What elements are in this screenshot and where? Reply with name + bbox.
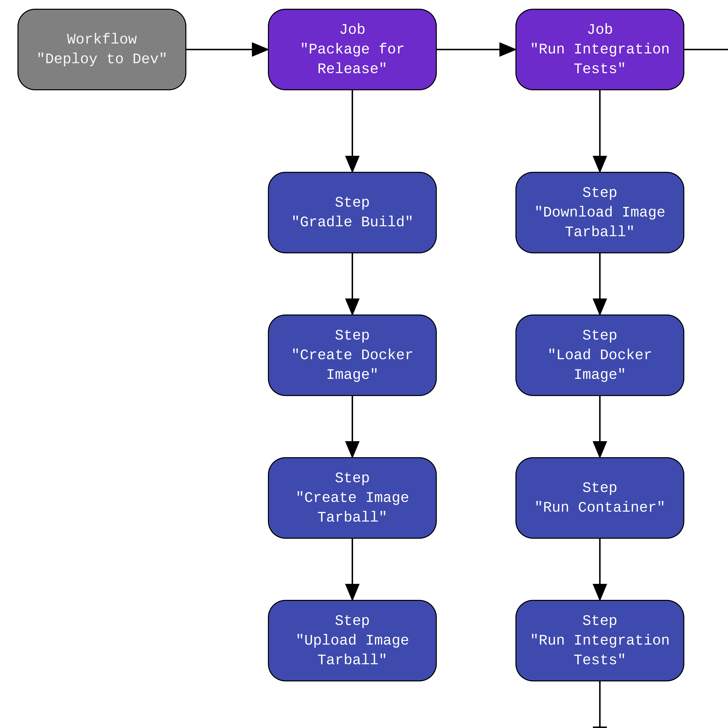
step-node-s_uit: Step"Upload ImageTarball" xyxy=(268,600,437,681)
node-text: Step xyxy=(583,611,617,631)
node-text: "Deploy to Dev" xyxy=(37,49,167,69)
step-node-s_cit: Step"Create ImageTarball" xyxy=(268,457,437,539)
step-node-s_gb: Step"Gradle Build" xyxy=(268,172,437,253)
node-text: Step xyxy=(583,183,617,203)
job-node-job_pkg: Job"Package forRelease" xyxy=(268,9,437,90)
step-node-s_ldi2: Step"Load DockerImage" xyxy=(515,315,684,396)
node-text: Step xyxy=(335,326,370,346)
node-text: Workflow xyxy=(67,30,137,49)
node-text: "Package for xyxy=(300,40,405,60)
node-text: Tests" xyxy=(574,650,626,670)
step-node-s_rc: Step"Run Container" xyxy=(515,457,684,539)
node-text: Tests" xyxy=(574,60,626,79)
node-text: Tarball" xyxy=(317,508,387,528)
node-text: Step xyxy=(335,193,370,213)
node-text: "Load Docker xyxy=(548,346,652,365)
node-text: Release" xyxy=(317,60,387,79)
node-text: "Gradle Build" xyxy=(291,213,413,232)
flowchart-canvas: Workflow"Deploy to Dev"Job"Package forRe… xyxy=(0,0,728,728)
job-node-job_it: Job"Run IntegrationTests" xyxy=(515,9,684,90)
node-text: Step xyxy=(583,326,617,346)
workflow-node-wf: Workflow"Deploy to Dev" xyxy=(17,9,187,90)
node-text: Job xyxy=(339,20,366,40)
node-text: Step xyxy=(583,478,617,498)
node-text: Image" xyxy=(574,365,626,385)
node-text: Step xyxy=(335,468,370,488)
node-text: "Download Image xyxy=(534,203,665,222)
node-text: Step xyxy=(335,611,370,631)
step-node-s_dit2: Step"Download ImageTarball" xyxy=(515,172,684,253)
node-text: "Create Docker xyxy=(291,346,413,365)
node-text: "Run Integration xyxy=(530,40,670,60)
node-text: "Upload Image xyxy=(295,631,409,650)
node-text: Job xyxy=(587,20,613,40)
node-text: "Run Integration xyxy=(530,631,670,650)
node-text: Image" xyxy=(326,365,379,385)
node-text: Tarball" xyxy=(317,650,387,670)
node-text: "Run Container" xyxy=(534,498,665,518)
step-node-s_rit: Step"Run IntegrationTests" xyxy=(515,600,684,681)
step-node-s_cdi: Step"Create DockerImage" xyxy=(268,315,437,396)
node-text: Tarball" xyxy=(565,222,635,242)
node-text: "Create Image xyxy=(295,488,409,508)
